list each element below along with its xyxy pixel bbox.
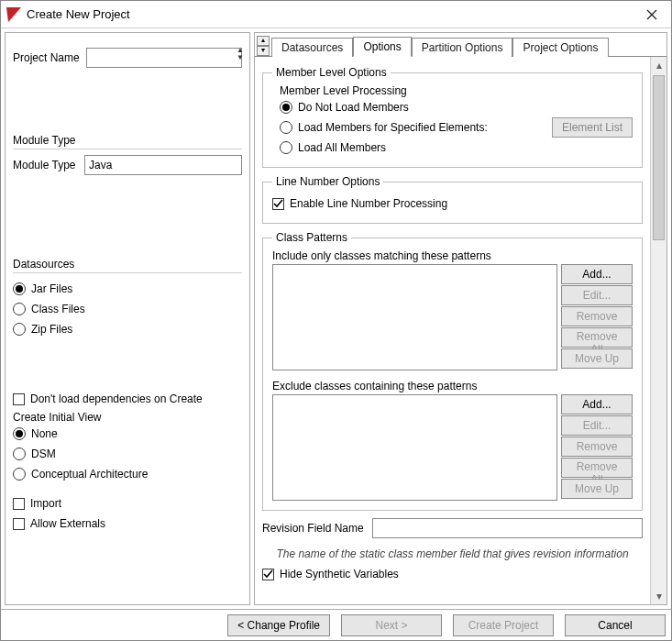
scroll-up-icon[interactable]: ▴ [651, 57, 666, 73]
group-line-number-options: Line Number Options Enable Line Number P… [262, 175, 643, 224]
line-number-options-legend: Line Number Options [272, 175, 383, 188]
checkbox-allow-externals[interactable]: Allow Externals [13, 517, 242, 530]
exclude-add-button[interactable]: Add... [561, 394, 633, 414]
radio-class-files[interactable]: Class Files [13, 303, 242, 315]
module-type-value: Java [89, 159, 112, 171]
checkbox-enable-line-number[interactable]: Enable Line Number Processing [272, 197, 633, 210]
radio-load-specified-members[interactable]: Load Members for Specified Elements: Ele… [280, 117, 633, 138]
footer-bar: < Change Profile Next > Create Project C… [1, 609, 671, 640]
create-initial-view-label: Create Initial View [13, 411, 242, 424]
module-type-select[interactable]: Java [84, 155, 242, 175]
datasources-heading: Datasources [13, 258, 242, 273]
dialog-window: Create New Project Project Name ▲▼ Modul… [0, 0, 672, 641]
scroll-down-icon[interactable]: ▾ [651, 588, 666, 604]
radio-view-dsm[interactable]: DSM [13, 448, 242, 460]
include-add-button[interactable]: Add... [561, 264, 633, 284]
tab-project-options[interactable]: Project Options [512, 38, 608, 57]
change-profile-button[interactable]: < Change Profile [227, 614, 330, 636]
exclude-move-up-button[interactable]: Move Up [561, 479, 633, 499]
include-remove-all-button[interactable]: Remove All [561, 327, 633, 348]
module-type-heading: Module Type [13, 134, 242, 149]
overflow-chevrons-icon: ▲▼ [237, 40, 244, 68]
group-class-patterns: Class Patterns Include only classes matc… [262, 231, 643, 511]
tab-bar: ▴ ▾ Datasources Options Partition Option… [255, 33, 666, 57]
title-bar: Create New Project [1, 1, 671, 28]
revision-field-label: Revision Field Name [262, 522, 372, 535]
checkbox-dont-load-deps[interactable]: Don't load dependencies on Create [13, 392, 242, 405]
svg-marker-0 [6, 7, 21, 22]
exclude-patterns-list[interactable] [272, 394, 557, 501]
next-button[interactable]: Next > [341, 614, 442, 636]
radio-view-ca[interactable]: Conceptual Architecture [13, 468, 242, 481]
dialog-title: Create New Project [27, 7, 638, 21]
include-edit-button[interactable]: Edit... [561, 285, 633, 305]
radio-zip-files[interactable]: Zip Files [13, 323, 242, 336]
module-type-label: Module Type [13, 159, 84, 171]
element-list-button[interactable]: Element List [552, 117, 633, 138]
include-move-up-button[interactable]: Move Up [561, 348, 633, 369]
tab-scroll-down-icon[interactable]: ▾ [257, 46, 270, 56]
checkbox-hide-synthetic[interactable]: Hide Synthetic Variables [262, 568, 643, 580]
tab-scroll-up-icon[interactable]: ▴ [257, 36, 270, 46]
close-button[interactable] [638, 4, 666, 26]
tab-scroll-buttons[interactable]: ▴ ▾ [257, 36, 270, 56]
project-name-input[interactable] [86, 48, 242, 68]
exclude-edit-button[interactable]: Edit... [561, 415, 633, 436]
class-patterns-legend: Class Patterns [272, 231, 351, 244]
vertical-scrollbar[interactable]: ▴ ▾ [650, 57, 666, 604]
checkbox-import[interactable]: Import [13, 497, 242, 510]
radio-load-all-members[interactable]: Load All Members [280, 141, 633, 154]
include-remove-button[interactable]: Remove [561, 306, 633, 326]
include-patterns-label: Include only classes matching these patt… [272, 249, 633, 262]
member-level-processing-label: Member Level Processing [280, 84, 633, 97]
cancel-button[interactable]: Cancel [565, 614, 666, 636]
right-pane: ▴ ▾ Datasources Options Partition Option… [254, 32, 667, 605]
group-member-level-options: Member Level Options Member Level Proces… [262, 66, 643, 168]
app-logo-icon [6, 7, 21, 22]
exclude-remove-all-button[interactable]: Remove All [561, 458, 633, 478]
radio-jar-files[interactable]: Jar Files [13, 282, 242, 295]
left-pane: Project Name ▲▼ Module Type Module Type … [5, 32, 250, 605]
include-patterns-list[interactable] [272, 264, 557, 370]
tab-partition-options[interactable]: Partition Options [412, 38, 513, 57]
tab-options[interactable]: Options [353, 37, 411, 57]
revision-hint: The name of the static class member fiel… [262, 547, 643, 560]
radio-do-not-load-members[interactable]: Do Not Load Members [280, 101, 633, 114]
exclude-remove-button[interactable]: Remove [561, 437, 633, 457]
member-level-options-legend: Member Level Options [272, 66, 391, 79]
exclude-patterns-label: Exclude classes containing these pattern… [272, 380, 633, 392]
options-panel: Member Level Options Member Level Proces… [255, 57, 650, 604]
project-name-label: Project Name [13, 51, 86, 64]
content-area: Project Name ▲▼ Module Type Module Type … [1, 28, 671, 609]
tab-datasources[interactable]: Datasources [271, 38, 353, 57]
scroll-thumb[interactable] [653, 75, 665, 240]
create-project-button[interactable]: Create Project [453, 614, 554, 636]
radio-view-none[interactable]: None [13, 427, 242, 440]
revision-field-input[interactable] [372, 518, 643, 538]
